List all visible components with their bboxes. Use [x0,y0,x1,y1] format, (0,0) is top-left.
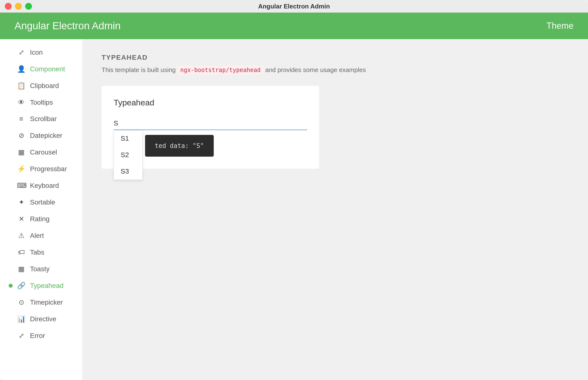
sidebar-item-tabs[interactable]: 🏷 Tabs [0,244,82,261]
sidebar-item-toasty[interactable]: ▦ Toasty [0,261,82,277]
close-button[interactable] [5,3,12,10]
sidebar-label-sortable: Sortable [30,198,55,206]
sidebar-label-keyboard: Keyboard [30,182,59,190]
theme-button[interactable]: Theme [546,21,573,31]
sidebar-item-sortable[interactable]: ✦ Sortable [0,194,82,210]
result-text: ted data: "S" [155,142,204,149]
description-suffix: and provides some usage examples [265,66,366,74]
sidebar-label-tooltips: Tooltips [30,99,53,106]
section-title: TYPEAHEAD [102,54,569,61]
sidebar-item-directive[interactable]: 📊 Directive [0,311,82,327]
sidebar-label-icon: Icon [30,49,43,56]
typeahead-option-s2[interactable]: S2 [114,147,142,163]
progressbar-icon: ⚡ [17,165,26,173]
sidebar-item-tooltips[interactable]: 👁 Tooltips [0,94,82,111]
result-box: ted data: "S" [145,135,214,157]
app-window: Angular Electron Admin Angular Electron … [0,0,588,380]
app-header: Angular Electron Admin Theme [0,13,588,39]
sidebar-item-datepicker[interactable]: ⊘ Datepicker [0,127,82,144]
traffic-lights [5,3,32,10]
sidebar-item-icon[interactable]: ⤢ Icon [0,44,82,61]
sidebar-label-component: Component [30,65,65,73]
sidebar-item-component[interactable]: 👤 Component [0,61,82,77]
sidebar-label-toasty: Toasty [30,265,50,273]
typeahead-dropdown: S1 S2 S3 [114,130,143,180]
eye-icon: 👁 [17,98,26,106]
sidebar-item-timepicker[interactable]: ⊙ Timepicker [0,294,82,311]
title-bar: Angular Electron Admin [0,0,588,13]
datepicker-icon: ⊘ [17,132,26,139]
typeahead-option-s3[interactable]: S3 [114,163,142,180]
sortable-icon: ✦ [17,198,26,206]
sidebar-label-progressbar: Progressbar [30,165,67,173]
sidebar-label-scrollbar: Scrollbar [30,115,57,123]
window-title: Angular Electron Admin [258,3,330,10]
sidebar: ⤢ Icon 👤 Component 📋 Clipboard 👁 Tooltip… [0,39,82,380]
typeahead-icon: 🔗 [17,282,26,290]
error-icon: ⤢ [17,332,26,340]
sidebar-label-directive: Directive [30,315,56,323]
sidebar-item-alert[interactable]: ⚠ Alert [0,227,82,244]
typeahead-card: Typeahead S1 S2 S3 ted data: "S" [102,86,319,169]
sidebar-label-typeahead: Typeahead [30,282,64,290]
sidebar-item-typeahead[interactable]: 🔗 Typeahead [0,277,82,294]
tabs-icon: 🏷 [17,248,26,256]
component-icon: 👤 [17,65,26,73]
main-layout: ⤢ Icon 👤 Component 📋 Clipboard 👁 Tooltip… [0,39,588,380]
directive-icon: 📊 [17,315,26,323]
sidebar-item-carousel[interactable]: ▦ Carousel [0,144,82,160]
card-title: Typeahead [114,98,307,107]
page-description: This template is built using ngx-bootstr… [102,66,569,74]
scrollbar-icon: ≡ [17,115,26,123]
sidebar-item-scrollbar[interactable]: ≡ Scrollbar [0,111,82,127]
typeahead-option-s1[interactable]: S1 [114,130,142,147]
sidebar-label-rating: Rating [30,215,50,223]
sidebar-label-carousel: Carousel [30,149,57,156]
rating-icon: ✕ [17,215,26,223]
share-icon: ⤢ [17,48,26,56]
timepicker-icon: ⊙ [17,298,26,306]
sidebar-label-error: Error [30,332,45,340]
keyboard-icon: ⌨ [17,182,26,190]
sidebar-item-keyboard[interactable]: ⌨ Keyboard [0,177,82,194]
description-prefix: This template is built using [102,66,175,74]
typeahead-container: S1 S2 S3 [114,117,307,130]
alert-icon: ⚠ [17,231,26,240]
maximize-button[interactable] [25,3,32,10]
code-reference: ngx-bootstrap/typeahead [177,66,264,75]
app-title: Angular Electron Admin [15,20,121,32]
minimize-button[interactable] [15,3,22,10]
sidebar-item-clipboard[interactable]: 📋 Clipboard [0,77,82,94]
clipboard-icon: 📋 [17,82,26,90]
sidebar-label-tabs: Tabs [30,248,44,256]
carousel-icon: ▦ [17,148,26,156]
active-dot [9,284,13,288]
sidebar-item-error[interactable]: ⤢ Error [0,327,82,344]
sidebar-label-alert: Alert [30,232,44,240]
sidebar-item-rating[interactable]: ✕ Rating [0,210,82,227]
sidebar-label-timepicker: Timepicker [30,299,63,306]
main-content: TYPEAHEAD This template is built using n… [82,39,588,380]
sidebar-item-progressbar[interactable]: ⚡ Progressbar [0,160,82,177]
typeahead-input[interactable] [114,117,307,130]
sidebar-label-clipboard: Clipboard [30,82,59,90]
sidebar-label-datepicker: Datepicker [30,132,62,139]
toasty-icon: ▦ [17,265,26,273]
